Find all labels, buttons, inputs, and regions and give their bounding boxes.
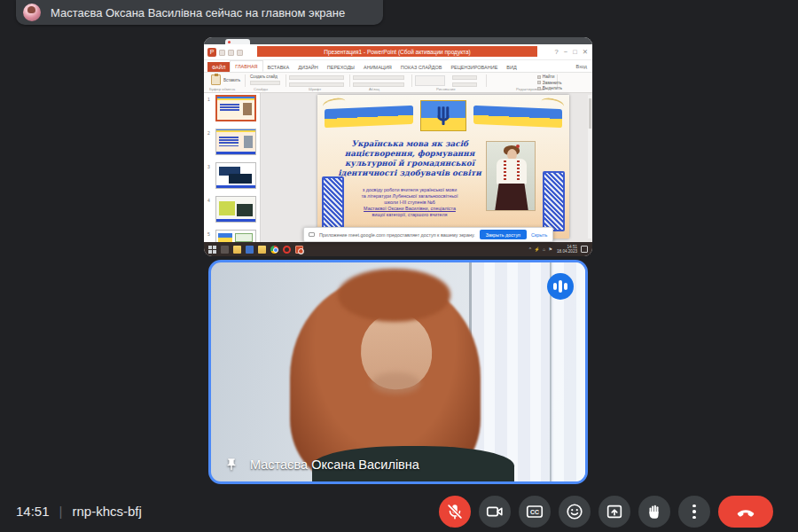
ribbon-tab-view: ВИД: [502, 62, 520, 72]
ribbon-tab-slideshow: ПОКАЗ СЛАЙДОВ: [396, 62, 447, 72]
ribbon-tab-file: ФАЙЛ: [207, 62, 230, 72]
clock: 14:51: [16, 504, 50, 519]
ribbon-tab-animations: АНИМАЦИЯ: [359, 62, 396, 72]
present-screen-button[interactable]: [598, 496, 630, 528]
slide-number: 1: [207, 97, 210, 102]
editing-commands: Найти Заменить Выделить: [537, 74, 562, 90]
powerpoint-workspace: 1 2 3 4: [204, 93, 592, 242]
captions-button[interactable]: CC: [519, 496, 551, 528]
group-font: Шрифт: [309, 87, 321, 91]
new-slide-label: Создать слайд: [250, 74, 278, 79]
reactions-button[interactable]: [559, 496, 591, 528]
undo-icon: [228, 50, 234, 56]
ukraine-flag-ribbon-right: [473, 106, 562, 128]
folder-icon: [258, 246, 266, 254]
window-title: Презентация1 - PowerPoint (Сбой активаци…: [257, 46, 537, 57]
separator: |: [59, 504, 63, 519]
powerpoint-titlebar: Презентация1 - PowerPoint (Сбой активаци…: [204, 44, 592, 60]
select-icon: [537, 87, 541, 90]
file-explorer-icon: [233, 246, 241, 254]
presenting-banner-text: Мастаєва Оксана Василівна сейчас на глав…: [51, 6, 345, 20]
quick-access-toolbar: [207, 48, 243, 57]
camera-toggle-button[interactable]: [479, 496, 511, 528]
microphone-toggle-button[interactable]: [439, 496, 471, 528]
chrome-icon: [270, 246, 278, 254]
group-slides: Слайды: [254, 87, 268, 91]
group-drawing: Рисование: [436, 87, 456, 91]
windows-taskbar: ^ ⚡ ⌂ ⚑ 14:51 18.04.2023: [204, 242, 592, 256]
notification-center-icon: [581, 246, 588, 253]
ukraine-flag-ribbon-left: [325, 106, 413, 128]
chrome-screen-share-popup: Приложение meet.google.com предоставляет…: [303, 227, 553, 242]
office-signin-label: Вход: [576, 64, 587, 69]
call-controls: CC: [439, 496, 773, 528]
select-command: Выделить: [543, 86, 562, 90]
cc-icon: CC: [525, 502, 544, 521]
ribbon-tab-home: ГЛАВНАЯ: [230, 60, 262, 72]
minimize-icon: −: [564, 48, 567, 57]
powerpoint-taskbar-icon: [295, 246, 303, 254]
background-browser-strip: [204, 37, 592, 44]
paste-label: Вставить: [223, 78, 240, 82]
task-view-icon: [221, 246, 229, 254]
slide-number: 3: [207, 164, 210, 169]
teacher-photo: [486, 141, 536, 211]
share-popup-message: Приложение meet.google.com предоставляет…: [319, 232, 475, 238]
mic-off-icon: [445, 502, 465, 521]
hide-popup-link: Скрыть: [531, 232, 547, 238]
arrange-placeholder: [452, 75, 477, 80]
slide-thumbnail-panel: 1 2 3 4: [204, 93, 261, 242]
participant-video-tile[interactable]: Мастаєва Оксана Василівна: [208, 260, 588, 484]
ribbon-tab-transitions: ПЕРЕХОДЫ: [323, 62, 359, 72]
google-meet-window: Мастаєва Оксана Василівна сейчас на глав…: [0, 0, 798, 532]
raise-hand-button[interactable]: [638, 496, 670, 528]
presenting-banner: Мастаєва Оксана Василівна сейчас на глав…: [16, 0, 383, 25]
participant-name-chip: Мастаєва Оксана Василівна: [224, 458, 419, 472]
ribbon-tab-insert: ВСТАВКА: [263, 62, 294, 72]
trident-icon: [435, 106, 451, 127]
slide-number: 5: [207, 231, 210, 237]
participant-name: Мастаєва Оксана Василівна: [250, 458, 419, 472]
tab-favicon: [228, 41, 231, 43]
app-icon: [246, 246, 254, 254]
tray-icons: ^ ⚡ ⌂ ⚑: [529, 246, 553, 252]
styles-placeholder: [452, 82, 477, 87]
participant-hair: [338, 269, 450, 321]
slide-title: Українська мова як засіб націєтворення, …: [328, 139, 491, 178]
meeting-info: 14:51 | rnp-khcs-bfj: [16, 504, 142, 519]
help-icon: ?: [555, 48, 559, 57]
slide-scrollbar: [588, 95, 591, 239]
shapes-gallery-placeholder: [415, 75, 445, 86]
ribbon-tab-design: ДИЗАЙН: [293, 62, 323, 72]
participant-figure-shade: [372, 372, 420, 395]
ribbon-control-placeholder: [250, 81, 280, 85]
shared-screen-tile[interactable]: Презентация1 - PowerPoint (Сбой активаци…: [204, 37, 592, 256]
slide-thumbnail-2: [215, 129, 256, 155]
phone-down-icon: [735, 501, 756, 522]
slide-number: 4: [207, 198, 210, 203]
redo-icon: [237, 50, 243, 56]
end-call-button[interactable]: [718, 496, 773, 528]
close-icon: ✕: [583, 48, 588, 57]
ribbon-tab-review: РЕЦЕНЗИРОВАНИЕ: [446, 62, 502, 72]
ornament-left: [322, 176, 344, 231]
font-controls-placeholder: [289, 75, 344, 80]
svg-text:CC: CC: [530, 509, 539, 515]
stop-sharing-button: Закрыть доступ: [480, 230, 527, 239]
opera-icon: [283, 246, 291, 254]
slide-thumbnail-1: [215, 95, 256, 121]
slide-number: 2: [207, 130, 210, 136]
current-slide: Українська мова як засіб націєтворення, …: [317, 95, 569, 239]
meeting-code: rnp-khcs-bfj: [72, 504, 141, 519]
slide-editing-area: Українська мова як засіб націєтворення, …: [262, 93, 592, 242]
slide-thumbnail-3: [215, 162, 256, 189]
pin-icon: [224, 458, 239, 472]
smiley-icon: [565, 502, 584, 521]
present-icon: [605, 502, 624, 521]
find-icon: [537, 75, 541, 79]
vertical-dots-icon: [692, 505, 696, 520]
taskbar-clock: 14:51 18.04.2023: [557, 245, 577, 254]
group-clipboard: Буфер обмена: [209, 87, 235, 91]
more-options-button[interactable]: [678, 496, 710, 528]
replace-icon: [537, 81, 541, 84]
